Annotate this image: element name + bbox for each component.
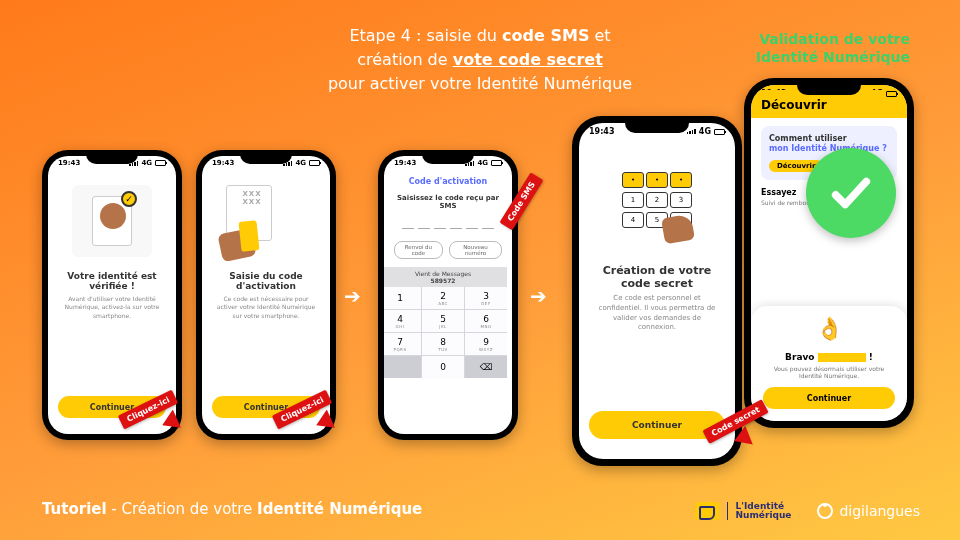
validation-caption: Validation de votreIdentité Numérique [756,30,910,66]
phone-enter-sms: 19:434G Code d'activation Saisissez le c… [378,150,518,440]
key-9[interactable]: 9WXYZ [465,333,507,355]
ok-hand-icon [812,316,846,346]
key-blank[interactable] [384,356,421,378]
key-3[interactable]: 3DEF [465,287,507,309]
digilangues-icon [817,503,833,519]
key-0[interactable]: 0 [422,356,464,378]
success-check-icon [806,148,896,238]
key-⌫[interactable]: ⌫ [465,356,507,378]
logo-bar: L'IdentitéNumérique digilangues [695,502,920,520]
digilangues-logo: digilangues [817,503,920,519]
phone-create-secret: 19:434G •••123456 Création de votre code… [572,116,742,466]
numeric-keyboard[interactable]: 12ABC3DEF4GHI5JKL6MNO7PQRS8TUV9WXYZ0⌫ [384,287,507,378]
screen-heading: Code d'activation [409,177,488,186]
key-4[interactable]: 4GHI [384,310,421,332]
input-label: Saisissez le code reçu par SMS [394,194,502,210]
key-8[interactable]: 8TUV [422,333,464,355]
identite-numerique-logo: L'IdentitéNumérique [695,502,792,520]
key-7[interactable]: 7PQRS [384,333,421,355]
success-sheet: Bravo ! Vous pouvez désormais utiliser v… [751,306,907,421]
heading: Votre identité est vérifiée ! [58,271,166,291]
key-2[interactable]: 2ABC [422,287,464,309]
body-text: Avant d'utiliser votre Identité Numériqu… [58,295,166,320]
resend-code-link[interactable]: Renvoi du code [394,241,443,259]
arrow-icon: ➔ [530,284,547,308]
keypad-illustration: •••123456 [609,156,705,246]
continue-button[interactable]: Continuer [763,387,895,409]
phone-discover: 19:434G Découvrir Comment utiliser mon I… [744,78,914,428]
key-6[interactable]: 6MNO [465,310,507,332]
key-5[interactable]: 5JKL [422,310,464,332]
verified-illustration: ✓ [72,185,152,257]
slide-title: Etape 4 : saisie du code SMS et création… [260,24,700,96]
arrow-icon: ➔ [344,284,361,308]
footer-caption: Tutoriel - Création de votre Identité Nu… [42,500,422,518]
code-input[interactable] [402,216,494,229]
key-1[interactable]: 1 [384,287,421,309]
code-illustration: XXX XXX [226,185,306,257]
sms-suggestion[interactable]: Vient de Messages589572 [384,267,507,287]
new-number-link[interactable]: Nouveau numéro [449,241,502,259]
laposte-icon [695,502,719,520]
